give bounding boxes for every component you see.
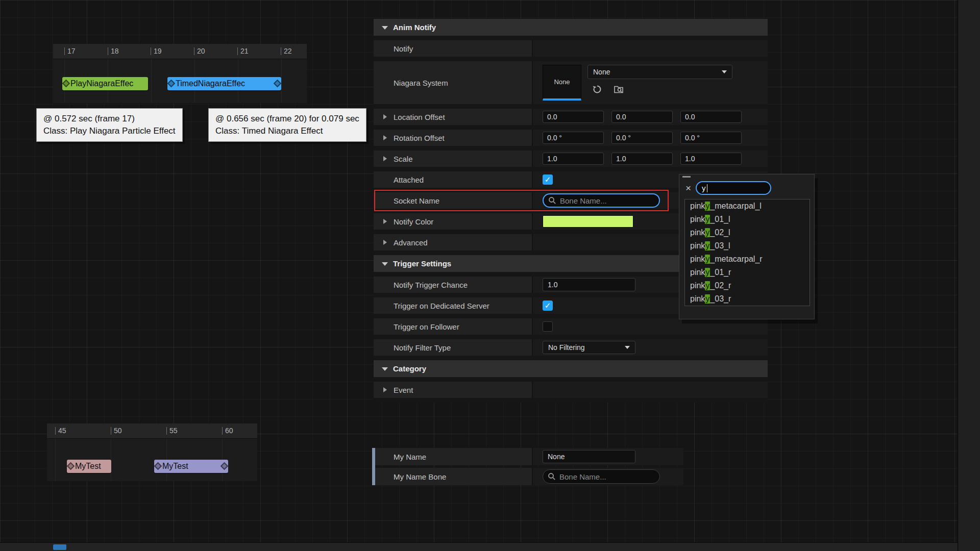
- socket-name-search-box[interactable]: [543, 193, 660, 208]
- bone-list: pinky_metacarpal_l pinky_01_l pinky_02_l…: [684, 199, 810, 306]
- row-label: Attached: [394, 176, 424, 184]
- bone-list-item[interactable]: pinky_01_r: [685, 266, 810, 279]
- bone-search-input[interactable]: y: [696, 181, 771, 195]
- chevron-right-icon[interactable]: [383, 156, 387, 161]
- notify-track-top: 17 18 19 20 21 22 PlayNiagaraEffec Timed…: [53, 44, 307, 103]
- dedicated-server-checkbox[interactable]: [543, 300, 553, 311]
- row-event[interactable]: Event: [374, 382, 768, 398]
- my-name-bone-search-box[interactable]: [543, 469, 660, 484]
- row-label: Location Offset: [394, 113, 445, 121]
- notify-filter-type-dropdown[interactable]: No Filtering: [543, 341, 635, 354]
- notify-track-area-bottom[interactable]: MyTest MyTest: [47, 439, 257, 481]
- chevron-right-icon[interactable]: [383, 114, 387, 119]
- bone-list-item[interactable]: pinky_metacarpal_l: [685, 199, 810, 213]
- row-value-cell: [532, 130, 768, 146]
- use-selected-asset-icon[interactable]: [592, 84, 603, 95]
- frame-tick: 17: [64, 47, 76, 55]
- my-name-field[interactable]: [543, 450, 635, 463]
- search-icon: [548, 472, 556, 481]
- right-panel-edge: [958, 0, 980, 551]
- row-my-name[interactable]: My Name: [375, 448, 683, 465]
- notify-diamond-icon[interactable]: [154, 462, 162, 470]
- notify-mytest-2[interactable]: MyTest: [154, 460, 228, 473]
- timeline-scrollbar[interactable]: [0, 542, 958, 551]
- chevron-right-icon[interactable]: [383, 387, 387, 392]
- search-query-text: y: [702, 184, 706, 192]
- notify-diamond-icon[interactable]: [62, 80, 70, 88]
- row-label: Trigger on Dedicated Server: [394, 302, 489, 310]
- row-location-offset[interactable]: Location Offset: [374, 109, 768, 125]
- bone-list-item[interactable]: pinky_03_r: [685, 292, 810, 306]
- row-my-name-bone[interactable]: My Name Bone: [375, 468, 683, 485]
- row-trigger-on-follower[interactable]: Trigger on Follower: [374, 318, 768, 335]
- notify-label: TimedNiagaraEffec: [176, 79, 245, 88]
- row-notify[interactable]: Notify: [374, 40, 768, 57]
- section-category[interactable]: Category: [374, 360, 768, 377]
- chevron-right-icon[interactable]: [383, 240, 387, 245]
- timeline-ruler-top[interactable]: 17 18 19 20 21 22: [53, 44, 307, 59]
- chevron-down-icon[interactable]: [382, 262, 388, 266]
- row-notify-filter-type[interactable]: Notify Filter Type No Filtering: [374, 339, 768, 356]
- row-niagara-system[interactable]: Niagara System None None: [374, 61, 768, 104]
- notify-duration-diamond-icon[interactable]: [220, 462, 229, 470]
- row-label: Niagara System: [394, 79, 448, 87]
- bone-list-item[interactable]: pinky_metacarpal_r: [685, 253, 810, 266]
- niagara-asset-thumbnail[interactable]: None: [543, 65, 581, 101]
- row-label-cell: My Name Bone: [375, 468, 532, 485]
- row-label-cell: Advanced: [374, 234, 532, 251]
- my-name-bone-input[interactable]: [559, 472, 655, 481]
- notify-mytest-1[interactable]: MyTest: [67, 460, 111, 473]
- attached-checkbox[interactable]: [543, 174, 553, 185]
- chevron-down-icon[interactable]: [382, 26, 388, 30]
- popup-grip[interactable]: [682, 176, 691, 178]
- chevron-right-icon[interactable]: [383, 135, 387, 140]
- timeline-ruler-bottom[interactable]: 45 50 55 60: [47, 423, 257, 439]
- follower-checkbox[interactable]: [543, 321, 553, 332]
- rotation-y-field[interactable]: [611, 132, 673, 144]
- chevron-down-icon[interactable]: [382, 367, 388, 371]
- niagara-asset-combobox[interactable]: None: [587, 65, 732, 79]
- notify-tooltip-timed: @ 0.656 sec (frame 20) for 0.079 sec Cla…: [208, 108, 366, 142]
- search-icon: [548, 196, 556, 205]
- row-label-cell: Socket Name: [374, 192, 532, 209]
- section-anim-notify[interactable]: Anim Notify: [374, 19, 768, 36]
- notify-track-area-top[interactable]: PlayNiagaraEffec TimedNiagaraEffec: [53, 59, 307, 103]
- trigger-chance-field[interactable]: [543, 278, 635, 291]
- chevron-down-icon: [722, 70, 727, 73]
- row-label-cell: Event: [374, 382, 532, 398]
- rotation-z-field[interactable]: [680, 132, 742, 144]
- scale-x-field[interactable]: [543, 153, 604, 165]
- rotation-x-field[interactable]: [543, 132, 604, 144]
- row-scale[interactable]: Scale: [374, 151, 768, 167]
- notify-diamond-icon[interactable]: [167, 80, 176, 88]
- bone-list-item[interactable]: pinky_01_l: [685, 213, 810, 226]
- notify-duration-diamond-icon[interactable]: [274, 80, 282, 88]
- notify-diamond-icon[interactable]: [67, 462, 75, 470]
- frame-tick: 20: [194, 47, 205, 55]
- chevron-right-icon[interactable]: [383, 219, 387, 224]
- scale-z-field[interactable]: [680, 153, 742, 165]
- frame-tick: 55: [166, 427, 178, 435]
- location-y-field[interactable]: [611, 111, 673, 123]
- notify-color-swatch[interactable]: [543, 215, 633, 228]
- row-rotation-offset[interactable]: Rotation Offset: [374, 130, 768, 146]
- browse-to-asset-icon[interactable]: [613, 84, 624, 95]
- row-label: My Name: [394, 453, 426, 461]
- location-z-field[interactable]: [680, 111, 742, 123]
- notify-play-niagara-effect[interactable]: PlayNiagaraEffec: [62, 77, 148, 90]
- socket-name-input[interactable]: [560, 196, 654, 205]
- row-value-cell: No Filtering: [532, 339, 768, 356]
- bone-list-item[interactable]: pinky_03_l: [685, 239, 810, 253]
- row-label-cell: Trigger on Follower: [374, 318, 532, 335]
- scrollbar-thumb[interactable]: [53, 544, 66, 550]
- frame-tick: 21: [237, 47, 249, 55]
- clear-search-icon[interactable]: ×: [685, 183, 691, 193]
- location-x-field[interactable]: [543, 111, 604, 123]
- row-value-cell: [532, 151, 768, 167]
- scale-y-field[interactable]: [611, 153, 673, 165]
- row-value-cell: [532, 468, 683, 485]
- bone-list-item[interactable]: pinky_02_r: [685, 279, 810, 292]
- row-label: Notify Trigger Chance: [394, 281, 468, 289]
- notify-timed-niagara-effect[interactable]: TimedNiagaraEffec: [167, 77, 281, 90]
- bone-list-item[interactable]: pinky_02_l: [685, 226, 810, 239]
